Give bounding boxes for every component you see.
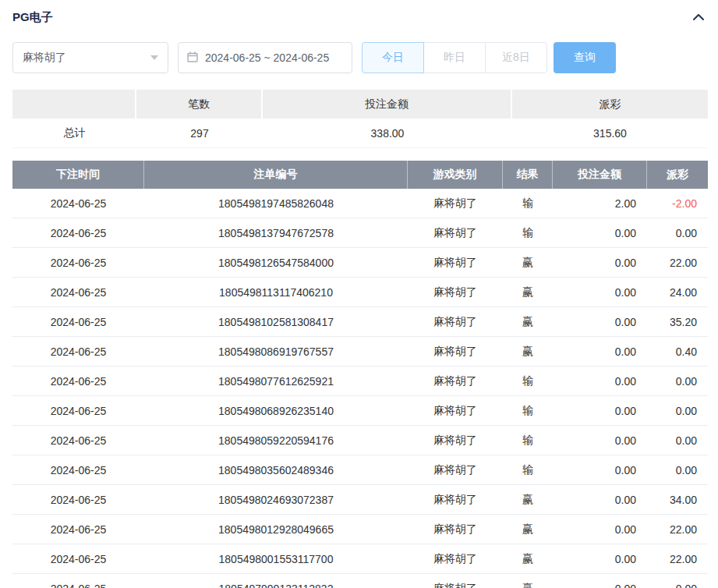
cell-bet-amount: 0.00 [553,248,647,277]
cell-game-type: 麻将胡了 [408,218,503,247]
cell-result: 赢 [503,485,553,514]
bet-table-header: 下注时间 注单编号 游戏类别 结果 投注金额 派彩 [12,161,708,189]
cell-game-type: 麻将胡了 [408,189,503,218]
cell-game-type: 麻将胡了 [408,574,503,588]
cell-bet-amount: 0.00 [553,278,647,306]
summary-header-bet-amount: 投注金额 [263,90,512,119]
cell-bet-id: 1805498077612625921 [144,367,408,395]
cell-payout: 0.00 [647,218,708,247]
today-button[interactable]: 今日 [362,42,424,73]
cell-bet-amount: 0.00 [553,396,647,425]
cell-game-type: 麻将胡了 [408,307,503,336]
table-row: 2024-06-25 1805498001553117700 麻将胡了 赢 0.… [12,544,708,574]
cell-result: 赢 [503,248,553,277]
cell-game-type: 麻将胡了 [408,367,503,395]
cell-result: 输 [503,455,553,484]
cell-game-type: 麻将胡了 [408,485,503,514]
summary-header-payout: 派彩 [512,90,708,119]
cell-payout: 22.00 [647,544,708,573]
cell-bet-id: 1805498113117406210 [144,278,408,306]
cell-payout: 24.00 [647,278,708,306]
summary-total-label: 总计 [12,119,136,148]
chevron-up-icon [692,12,705,23]
cell-payout: 22.00 [647,515,708,544]
cell-bet-amount: 0.00 [553,337,647,366]
cell-bet-id: 1805498035602489346 [144,455,408,484]
table-row: 2024-06-25 1805498197485826048 麻将胡了 输 2.… [12,189,708,218]
cell-bet-time: 2024-06-25 [12,248,144,277]
column-bet-time: 下注时间 [12,161,144,189]
collapse-button[interactable] [689,12,708,23]
cell-game-type: 麻将胡了 [408,337,503,366]
caret-down-icon [150,55,158,60]
summary-total-payout: 315.60 [512,119,708,148]
table-row: 2024-06-25 1805498024693072387 麻将胡了 赢 0.… [12,485,708,515]
table-row: 2024-06-25 1805498035602489346 麻将胡了 输 0.… [12,455,708,485]
cell-game-type: 麻将胡了 [408,396,503,425]
cell-bet-amount: 0.00 [553,485,647,514]
table-row: 2024-06-25 1805498012928049665 麻将胡了 赢 0.… [12,515,708,544]
cell-result: 输 [503,218,553,247]
cell-result: 赢 [503,337,553,366]
cell-game-type: 麻将胡了 [408,544,503,573]
cell-result: 赢 [503,574,553,588]
date-range-input[interactable]: 2024-06-25 ~ 2024-06-25 [178,42,352,73]
cell-bet-amount: 0.00 [553,455,647,484]
summary-total-bet-amount: 338.00 [263,119,512,148]
cell-result: 赢 [503,544,553,573]
cell-bet-time: 2024-06-25 [12,218,144,247]
summary-header-blank [12,90,136,119]
cell-game-type: 麻将胡了 [408,426,503,455]
summary-total-count: 297 [136,119,263,148]
last8days-button[interactable]: 近8日 [485,42,547,73]
cell-payout: 22.00 [647,248,708,277]
cell-bet-id: 1805498059220594176 [144,426,408,455]
calendar-icon [186,51,199,66]
table-row: 2024-06-25 1805498086919767557 麻将胡了 赢 0.… [12,337,708,367]
cell-bet-id: 1805498086919767557 [144,337,408,366]
column-bet-id: 注单编号 [144,161,408,189]
cell-bet-id: 1805498197485826048 [144,189,408,218]
summary-total-row: 总计 297 338.00 315.60 [12,119,708,148]
column-payout: 派彩 [647,161,708,189]
cell-bet-amount: 0.00 [553,426,647,455]
cell-result: 赢 [503,515,553,544]
cell-game-type: 麻将胡了 [408,455,503,484]
cell-bet-time: 2024-06-25 [12,307,144,336]
cell-payout: 0.00 [647,455,708,484]
cell-payout: 0.00 [647,426,708,455]
cell-bet-time: 2024-06-25 [12,485,144,514]
table-row: 2024-06-25 1805498113117406210 麻将胡了 赢 0.… [12,278,708,307]
cell-payout: 0.00 [647,574,708,588]
summary-table: 笔数 投注金额 派彩 总计 297 338.00 315.60 [12,90,708,148]
cell-payout: 34.00 [647,485,708,514]
cell-bet-amount: 0.00 [553,574,647,588]
panel-header: PG电子 [12,0,708,34]
cell-bet-amount: 0.00 [553,544,647,573]
yesterday-button[interactable]: 昨日 [423,42,486,73]
cell-bet-time: 2024-06-25 [12,367,144,395]
cell-result: 赢 [503,307,553,336]
cell-bet-id: 1805498001553117700 [144,544,408,573]
cell-bet-time: 2024-06-25 [12,574,144,588]
cell-payout: 0.00 [647,367,708,395]
cell-payout: -2.00 [647,189,708,218]
cell-bet-time: 2024-06-25 [12,278,144,306]
page-title: PG电子 [12,10,53,25]
table-row: 2024-06-25 1805498126547584000 麻将胡了 赢 0.… [12,248,708,278]
cell-result: 输 [503,189,553,218]
table-row: 2024-06-25 1805498077612625921 麻将胡了 输 0.… [12,367,708,396]
quick-range-group: 今日 昨日 近8日 [362,42,547,73]
table-row: 2024-06-25 1805497990133112832 麻将胡了 赢 0.… [12,574,708,588]
cell-bet-amount: 0.00 [553,218,647,247]
cell-payout: 35.20 [647,307,708,336]
cell-bet-id: 1805498126547584000 [144,248,408,277]
game-select[interactable]: 麻将胡了 [12,42,168,73]
cell-game-type: 麻将胡了 [408,278,503,306]
table-row: 2024-06-25 1805498059220594176 麻将胡了 输 0.… [12,426,708,455]
search-button[interactable]: 查询 [554,42,616,73]
cell-bet-time: 2024-06-25 [12,396,144,425]
bet-table: 下注时间 注单编号 游戏类别 结果 投注金额 派彩 2024-06-25 180… [12,161,708,588]
cell-bet-time: 2024-06-25 [12,455,144,484]
column-game-type: 游戏类别 [408,161,503,189]
